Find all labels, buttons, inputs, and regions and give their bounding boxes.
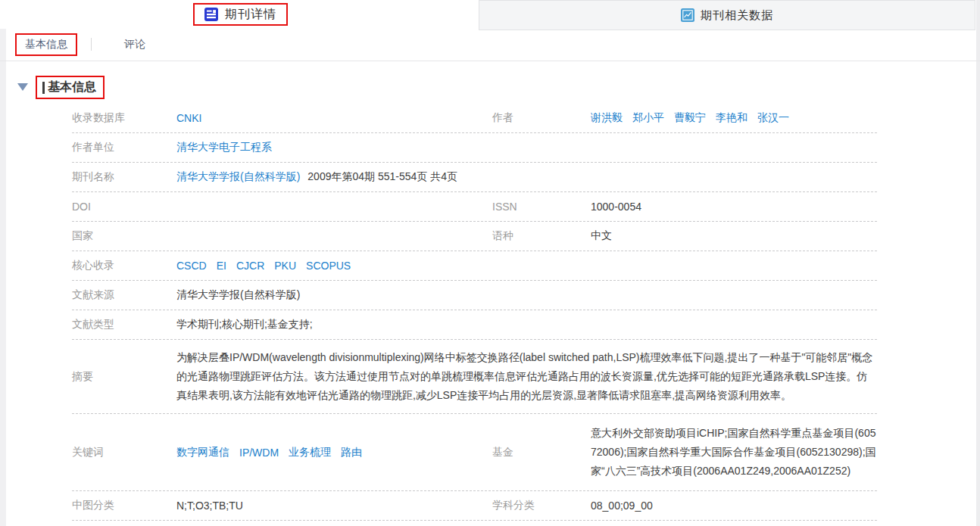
section-title: 基本信息 bbox=[48, 79, 96, 95]
source-cell: 文献来源 清华大学学报(自然科学版) bbox=[72, 288, 877, 302]
triangle-down-icon[interactable] bbox=[17, 83, 28, 91]
journal-name-link[interactable]: 清华大学学报(自然科学版) bbox=[176, 170, 300, 184]
issn-value: 1000-0054 bbox=[591, 201, 641, 213]
tab-journal-related-label: 期刊相关数据 bbox=[701, 8, 773, 23]
fund-label: 基金 bbox=[492, 446, 591, 459]
journal-name-label: 期刊名称 bbox=[72, 170, 176, 184]
doc-type-label: 文献类型 bbox=[72, 318, 176, 331]
source-label: 文献来源 bbox=[72, 288, 176, 302]
keyword-link[interactable]: IP/WDM bbox=[239, 447, 279, 459]
tab-journal-related-data[interactable]: 期刊相关数据 bbox=[479, 0, 975, 30]
tab-journal-detail-label: 期刊详情 bbox=[225, 7, 276, 23]
author-link[interactable]: 张汉一 bbox=[757, 111, 789, 125]
table-row-doi-issn: DOI ISSN 1000-0054 bbox=[72, 192, 877, 222]
subtab-separator bbox=[91, 38, 92, 51]
clc-label: 中图分类 bbox=[72, 499, 176, 512]
subject-value: 08_00;09_00 bbox=[591, 500, 653, 512]
keyword-link[interactable]: 路由 bbox=[341, 446, 362, 459]
subtab-comments[interactable]: 评论 bbox=[111, 33, 159, 56]
affiliation-link[interactable]: 清华大学电子工程系 bbox=[176, 141, 272, 154]
table-row-keywords-fund: 关键词 数字网通信 IP/WDM 业务梳理 路由 基金 意大利外交部资助项目iC… bbox=[72, 414, 877, 491]
country-cell: 国家 bbox=[72, 229, 492, 243]
table-row-journal-name: 期刊名称 清华大学学报(自然科学版) 2009年第04期 551-554页 共4… bbox=[72, 163, 877, 192]
subject-cell: 学科分类 08_00;09_00 bbox=[492, 499, 877, 512]
table-row-classification: 中图分类 N;T;O3;TB;TU 学科分类 08_00;09_00 bbox=[72, 491, 877, 521]
table-row-affiliation: 作者单位 清华大学电子工程系 bbox=[72, 133, 877, 163]
abstract-text: 为解决层叠IP/WDM(wavelength divisionmultiplex… bbox=[176, 348, 877, 405]
affiliation-cell: 作者单位 清华大学电子工程系 bbox=[72, 141, 877, 154]
subject-label: 学科分类 bbox=[492, 499, 591, 512]
core-index-cell: 核心收录 CSCD EI CJCR PKU SCOPUS bbox=[72, 259, 877, 272]
issn-label: ISSN bbox=[492, 201, 591, 213]
author-link[interactable]: 谢洪毅 bbox=[591, 111, 623, 125]
authors-label: 作者 bbox=[492, 111, 591, 125]
table-row-core-index: 核心收录 CSCD EI CJCR PKU SCOPUS bbox=[72, 251, 877, 281]
doi-label: DOI bbox=[72, 201, 176, 213]
journal-document-icon bbox=[204, 8, 218, 21]
author-link[interactable]: 李艳和 bbox=[716, 111, 747, 125]
abstract-cell: 摘要 为解决层叠IP/WDM(wavelength divisionmultip… bbox=[72, 348, 877, 405]
subtab-basic-info[interactable]: 基本信息 bbox=[15, 33, 77, 56]
keywords-cell: 关键词 数字网通信 IP/WDM 业务梳理 路由 bbox=[72, 446, 492, 459]
doc-type-cell: 文献类型 学术期刊;核心期刊;基金支持; bbox=[72, 318, 877, 331]
country-label: 国家 bbox=[72, 229, 176, 243]
keyword-link[interactable]: 业务梳理 bbox=[289, 446, 331, 459]
authors-cell: 作者 谢洪毅 郑小平 曹毅宁 李艳和 张汉一 bbox=[492, 111, 877, 125]
doi-cell: DOI bbox=[72, 201, 492, 213]
abstract-label: 摘要 bbox=[72, 370, 176, 384]
right-edge-strip bbox=[976, 0, 980, 526]
journal-detail-page: 期刊详情 期刊相关数据 基本信息 评论 基本信息 收录数据库 CNKI bbox=[0, 0, 980, 526]
language-label: 语种 bbox=[492, 229, 591, 243]
journal-name-cell: 期刊名称 清华大学学报(自然科学版) 2009年第04期 551-554页 共4… bbox=[72, 170, 877, 184]
core-index-link[interactable]: PKU bbox=[274, 260, 296, 272]
keyword-link[interactable]: 数字网通信 bbox=[176, 446, 229, 459]
line-chart-icon bbox=[681, 8, 694, 22]
left-edge-strip bbox=[0, 29, 6, 526]
core-index-link[interactable]: SCOPUS bbox=[306, 260, 351, 272]
journal-issue-info: 2009年第04期 551-554页 共4页 bbox=[307, 170, 457, 184]
section-title-box: 基本信息 bbox=[36, 76, 105, 99]
database-value-link[interactable]: CNKI bbox=[176, 112, 201, 124]
table-row-abstract: 摘要 为解决层叠IP/WDM(wavelength divisionmultip… bbox=[72, 340, 877, 414]
language-cell: 语种 中文 bbox=[492, 229, 877, 243]
affiliation-label: 作者单位 bbox=[72, 141, 176, 154]
title-bar-mark bbox=[42, 82, 45, 94]
core-index-link[interactable]: CJCR bbox=[236, 260, 264, 272]
clc-value: N;T;O3;TB;TU bbox=[176, 500, 243, 512]
clc-cell: 中图分类 N;T;O3;TB;TU bbox=[72, 499, 492, 512]
table-row-doc-type: 文献类型 学术期刊;核心期刊;基金支持; bbox=[72, 310, 877, 340]
database-cell: 收录数据库 CNKI bbox=[72, 111, 492, 125]
subtab-divider-line bbox=[0, 61, 980, 61]
table-row-database-authors: 收录数据库 CNKI 作者 谢洪毅 郑小平 曹毅宁 李艳和 张汉一 bbox=[72, 104, 877, 133]
source-value: 清华大学学报(自然科学版) bbox=[176, 288, 300, 302]
tab-journal-detail[interactable]: 期刊详情 bbox=[193, 3, 288, 26]
subtab-basic-info-label: 基本信息 bbox=[25, 38, 67, 51]
doc-type-value: 学术期刊;核心期刊;基金支持; bbox=[176, 318, 313, 331]
core-index-label: 核心收录 bbox=[72, 259, 176, 272]
database-label: 收录数据库 bbox=[72, 111, 176, 125]
issn-cell: ISSN 1000-0054 bbox=[492, 201, 877, 213]
language-value: 中文 bbox=[591, 229, 612, 243]
fund-text: 意大利外交部资助项目iCHIP;国家自然科学重点基金项目(60572006);国… bbox=[591, 424, 879, 481]
core-index-link[interactable]: CSCD bbox=[176, 260, 207, 272]
author-link[interactable]: 曹毅宁 bbox=[674, 111, 706, 125]
table-row-country-language: 国家 语种 中文 bbox=[72, 222, 877, 251]
table-row-source: 文献来源 清华大学学报(自然科学版) bbox=[72, 281, 877, 310]
basic-info-table: 收录数据库 CNKI 作者 谢洪毅 郑小平 曹毅宁 李艳和 张汉一 作者单位 清… bbox=[72, 104, 877, 521]
subtab-comments-label: 评论 bbox=[124, 38, 145, 51]
fund-cell: 基金 意大利外交部资助项目iCHIP;国家自然科学重点基金项目(60572006… bbox=[492, 424, 879, 481]
core-index-link[interactable]: EI bbox=[217, 260, 226, 272]
keywords-label: 关键词 bbox=[72, 446, 176, 459]
author-link[interactable]: 郑小平 bbox=[632, 111, 664, 125]
